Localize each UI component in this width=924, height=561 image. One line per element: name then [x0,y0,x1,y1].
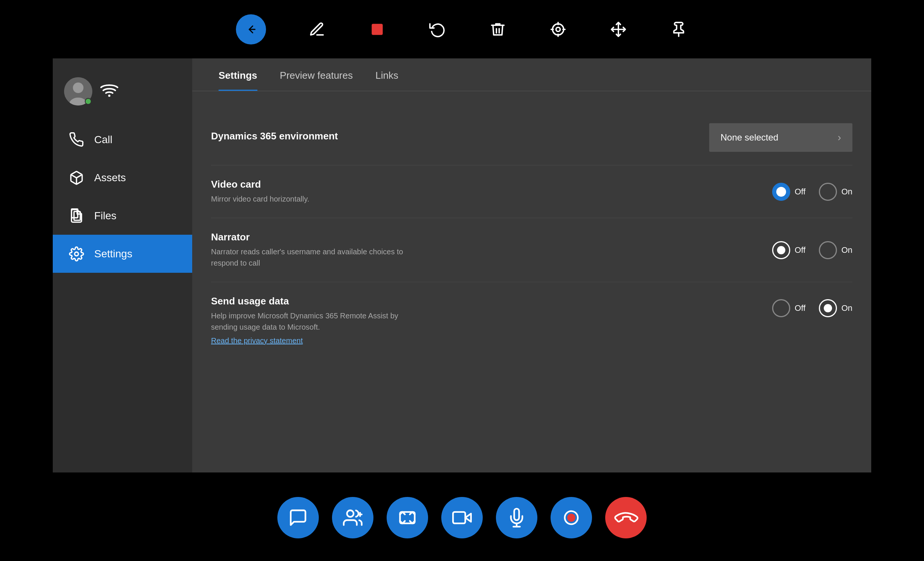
location-icon[interactable] [549,20,568,39]
tab-preview[interactable]: Preview features [269,58,364,91]
usage-data-on-label: On [841,303,852,313]
back-button[interactable] [236,14,266,44]
video-card-off-radio[interactable] [772,183,790,201]
settings-content: Dynamics 365 environment None selected ›… [192,91,871,472]
screenshot-button[interactable] [387,497,428,538]
pin-icon[interactable] [669,20,688,39]
delete-icon[interactable] [488,20,507,39]
narrator-label: Narrator [211,231,772,243]
usage-data-label: Send usage data [211,295,772,307]
move-icon[interactable] [609,20,628,39]
sidebar: Call Assets [53,58,192,472]
mic-button[interactable] [496,497,537,538]
narrator-on-label: On [841,245,852,255]
chevron-right-icon: › [838,131,841,144]
tabs-bar: Settings Preview features Links [192,58,871,91]
undo-icon[interactable] [428,20,447,39]
connection-icon [100,83,119,101]
video-card-on-radio[interactable] [819,183,837,201]
narrator-row: Narrator Narrator reads caller's usernam… [211,218,852,282]
environment-label: Dynamics 365 environment [211,130,709,142]
narrator-desc: Narrator reads caller's username and ava… [211,246,418,269]
environment-selector[interactable]: None selected › [709,123,852,152]
tab-links[interactable]: Links [364,58,410,91]
video-card-radio-group: Off On [772,183,852,201]
svg-point-3 [552,24,563,35]
video-button[interactable] [441,497,483,538]
pen-icon[interactable] [307,20,326,39]
narrator-off-label: Off [795,245,806,255]
files-label: Files [94,210,116,222]
main-area: Call Assets [53,58,871,472]
svg-point-28 [567,514,575,522]
narrator-on-radio[interactable] [819,241,837,259]
call-icon [68,131,85,148]
bottom-toolbar [0,474,924,561]
svg-point-14 [108,95,110,97]
narrator-radio-group: Off On [772,241,852,259]
assets-icon [68,169,85,186]
video-card-label: Video card [211,179,772,190]
svg-point-12 [73,83,84,93]
video-card-desc: Mirror video card horizontally. [211,193,418,205]
sidebar-item-settings[interactable]: Settings [53,235,192,273]
narrator-on-option[interactable]: On [819,241,852,259]
video-card-on-label: On [841,187,852,197]
online-badge [85,98,92,105]
record-button[interactable] [551,497,592,538]
sidebar-item-assets[interactable]: Assets [53,159,192,197]
video-card-label-group: Video card Mirror video card horizontall… [211,179,772,205]
narrator-off-option[interactable]: Off [772,241,806,259]
tab-settings[interactable]: Settings [207,58,269,91]
svg-marker-23 [465,514,471,522]
usage-data-off-option[interactable]: Off [772,299,806,317]
stop-icon[interactable] [368,20,387,39]
usage-data-radio-group: Off On [772,299,852,317]
nav-items: Call Assets [53,121,192,472]
sidebar-item-files[interactable]: Files [53,197,192,235]
svg-point-18 [75,252,78,256]
usage-data-off-radio[interactable] [772,299,790,317]
narrator-label-group: Narrator Narrator reads caller's usernam… [211,231,772,269]
narrator-off-radio[interactable] [772,241,790,259]
sidebar-item-call[interactable]: Call [53,121,192,159]
call-label: Call [94,134,112,146]
usage-data-on-radio[interactable] [819,299,837,317]
settings-icon [68,245,85,262]
svg-point-2 [556,27,560,31]
end-call-button[interactable] [605,497,647,538]
participants-button[interactable] [332,497,373,538]
top-toolbar [0,0,924,58]
usage-data-on-option[interactable]: On [819,299,852,317]
svg-rect-1 [372,24,382,35]
svg-point-19 [347,511,353,517]
environment-label-group: Dynamics 365 environment [211,130,709,145]
chat-button[interactable] [277,497,319,538]
settings-label: Settings [94,248,132,260]
usage-data-off-label: Off [795,303,806,313]
usage-data-row: Send usage data Help improve Microsoft D… [211,282,852,358]
avatar [64,77,92,105]
environment-value: None selected [721,132,778,143]
privacy-link[interactable]: Read the privacy statement [211,336,303,345]
video-card-off-option[interactable]: Off [772,183,806,201]
settings-panel: Settings Preview features Links Dynamics… [192,58,871,472]
assets-label: Assets [94,172,126,184]
svg-rect-22 [400,512,415,523]
video-card-row: Video card Mirror video card horizontall… [211,165,852,218]
video-card-off-label: Off [795,187,806,197]
files-icon [68,207,85,224]
video-card-on-option[interactable]: On [819,183,852,201]
environment-row: Dynamics 365 environment None selected › [211,110,852,165]
svg-rect-24 [453,512,465,523]
user-section [53,70,192,121]
usage-data-label-group: Send usage data Help improve Microsoft D… [211,295,772,345]
usage-data-desc: Help improve Microsoft Dynamics 365 Remo… [211,310,418,333]
